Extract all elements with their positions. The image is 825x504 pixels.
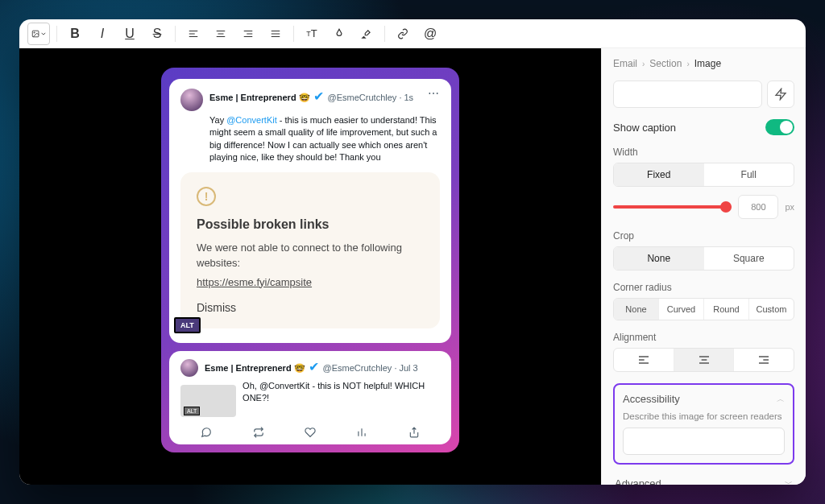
tweet-card-1: ⋯ Esme | Entreprenerd 🤓 ✔ @EsmeCrutchley…: [169, 79, 451, 343]
tweet-handle: @EsmeCrutchley · Jul 3: [323, 363, 418, 373]
width-label: Width: [613, 147, 794, 158]
underline-button[interactable]: U: [118, 23, 141, 45]
format-toolbar: B I U S TT @: [19, 19, 806, 48]
breadcrumb: Email › Section › Image: [613, 58, 794, 69]
accessibility-label: Accessibility: [623, 393, 680, 405]
chevron-down-icon: [41, 31, 46, 37]
width-fixed-button[interactable]: Fixed: [614, 163, 704, 186]
radius-round-button[interactable]: Round: [703, 299, 748, 320]
align-left-button[interactable]: [182, 23, 205, 45]
properties-sidebar: Email › Section › Image Show caption Wid…: [601, 48, 806, 485]
alert-title: Possible broken links: [197, 217, 424, 232]
alert-text: We were not able to connect to the follo…: [197, 240, 424, 271]
alert-dismiss: Dismiss: [197, 301, 424, 314]
verified-icon: ✔: [313, 89, 324, 103]
advanced-label: Advanced: [615, 477, 661, 485]
breadcrumb-section[interactable]: Section: [649, 58, 682, 69]
editor-canvas[interactable]: ⋯ Esme | Entreprenerd 🤓 ✔ @EsmeCrutchley…: [19, 48, 601, 485]
justify-button[interactable]: [264, 23, 287, 45]
avatar: [180, 359, 198, 377]
image-source-input[interactable]: [613, 81, 762, 108]
width-unit: px: [785, 202, 794, 212]
align-segment: [613, 348, 794, 372]
tweet-body: Oh, @ConvertKit - this is NOT helpful! W…: [243, 380, 440, 405]
warning-icon: !: [197, 187, 216, 206]
tweet-author: Esme | Entreprenerd 🤓: [209, 93, 310, 102]
width-full-button[interactable]: Full: [704, 163, 794, 186]
bold-button[interactable]: B: [64, 23, 86, 45]
caption-label: Show caption: [613, 122, 676, 134]
accessibility-description: Describe this image for screen readers: [623, 411, 785, 421]
ai-generate-button[interactable]: [767, 81, 794, 108]
more-icon: ⋯: [428, 87, 440, 100]
embedded-image[interactable]: ⋯ Esme | Entreprenerd 🤓 ✔ @EsmeCrutchley…: [161, 68, 459, 452]
width-segment: Fixed Full: [613, 163, 794, 187]
share-icon: [408, 427, 420, 438]
chevron-right-icon: ›: [642, 60, 645, 68]
radius-curved-button[interactable]: Curved: [658, 299, 703, 320]
tweet-actions: [180, 422, 440, 438]
crop-square-button[interactable]: Square: [704, 247, 794, 270]
quoted-image: ALT: [180, 385, 236, 417]
alert-link: https://esme.fyi/campsite: [197, 276, 312, 288]
align-left-option[interactable]: [614, 349, 674, 371]
width-slider[interactable]: [613, 205, 732, 209]
strikethrough-button[interactable]: S: [146, 23, 168, 45]
breadcrumb-image: Image: [694, 58, 721, 69]
svg-point-1: [34, 31, 35, 32]
chevron-up-icon[interactable]: ︿: [777, 394, 785, 405]
chevron-right-icon: ›: [686, 60, 689, 68]
verified-icon: ✔: [309, 360, 319, 374]
radius-none-button[interactable]: None: [614, 299, 658, 320]
insert-image-button[interactable]: [27, 23, 50, 45]
reply-icon: [201, 427, 212, 438]
advanced-panel[interactable]: Advanced ﹀: [613, 473, 794, 485]
caption-toggle[interactable]: [765, 119, 794, 135]
chevron-down-icon: ﹀: [785, 478, 793, 485]
crop-none-button[interactable]: None: [614, 247, 704, 270]
align-center-option[interactable]: [674, 349, 734, 371]
alt-badge: ALT: [184, 407, 200, 415]
italic-button[interactable]: I: [91, 23, 114, 45]
align-right-option[interactable]: [733, 349, 794, 371]
avatar: [180, 89, 203, 111]
align-center-button[interactable]: [209, 23, 232, 45]
color-button[interactable]: [328, 23, 350, 45]
views-icon: [356, 427, 367, 438]
tweet-body: Yay @ConvertKit - this is much easier to…: [209, 114, 440, 164]
align-right-button[interactable]: [237, 23, 259, 45]
tweet-author: Esme | Entreprenerd 🤓: [205, 363, 305, 373]
accessibility-panel: Accessibility ︿ Describe this image for …: [613, 383, 794, 465]
alt-badge: ALT: [174, 317, 201, 333]
width-value-input[interactable]: 800: [738, 195, 778, 219]
app-window: B I U S TT @ ⋯ Esme | Entreprenerd �: [19, 19, 806, 485]
alert-panel: ! Possible broken links We were not able…: [180, 172, 440, 329]
font-size-button[interactable]: TT: [301, 23, 323, 45]
radius-segment: None Curved Round Custom: [613, 298, 794, 320]
crop-segment: None Square: [613, 246, 794, 271]
crop-label: Crop: [613, 230, 794, 242]
radius-label: Corner radius: [613, 282, 794, 293]
alt-text-input[interactable]: [623, 428, 785, 455]
tweet-card-2: Esme | Entreprenerd 🤓 ✔ @EsmeCrutchley ·…: [169, 351, 451, 444]
lightning-icon: [774, 88, 787, 101]
align-label: Alignment: [613, 332, 794, 343]
breadcrumb-email[interactable]: Email: [613, 58, 637, 69]
radius-custom-button[interactable]: Custom: [748, 299, 794, 320]
tweet-handle: @EsmeCrutchley · 1s: [328, 93, 414, 102]
highlight-button[interactable]: [355, 23, 378, 45]
retweet-icon: [253, 427, 264, 438]
like-icon: [305, 427, 316, 438]
link-button[interactable]: [392, 23, 414, 45]
mention-button[interactable]: @: [419, 23, 442, 45]
